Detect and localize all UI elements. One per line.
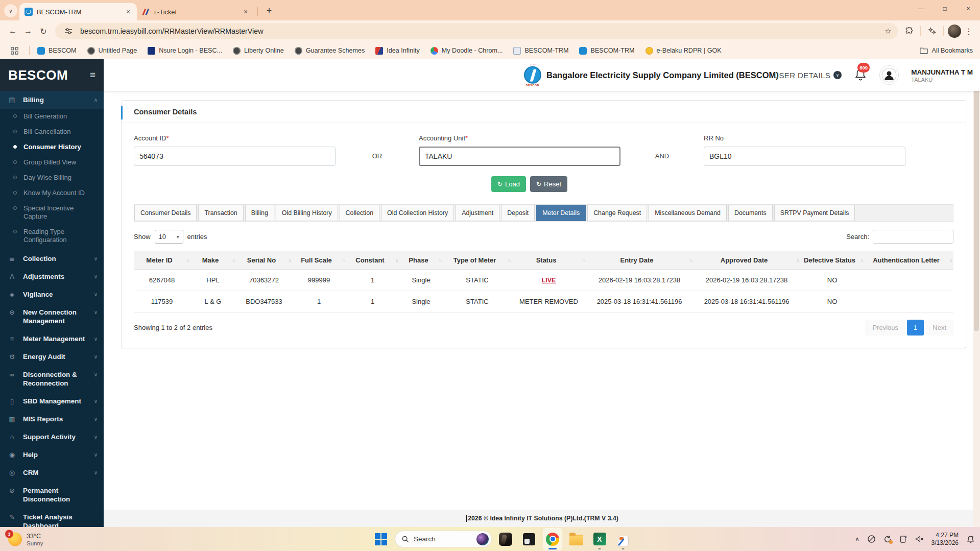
focus-assist-bell-icon[interactable]: z [966,535,975,544]
taskbar-chrome[interactable] [543,528,562,550]
tab-miscellaneous-demand[interactable]: Miscellaneous Demand [649,205,727,221]
address-bar[interactable]: bescom.trm.ieasybill.com/RRMasterView/RR… [55,23,898,39]
bookmark-item-idea-infinity[interactable]: Idea Infinity [375,47,419,55]
column-header-phase[interactable]: Phase↑↓ [399,251,443,270]
account-id-input[interactable] [134,147,336,166]
close-button[interactable]: × [957,0,980,17]
sidebar-item-billing[interactable]: ▤Billing∧ [0,91,104,109]
extensions-icon[interactable] [902,24,916,38]
tab-old-collection-history[interactable]: Old Collection History [381,205,454,221]
sidebar-subitem-reading-type-configuaration[interactable]: Reading Type Configuaration [0,224,104,248]
sidebar-subitem-group-billed-view[interactable]: Group Billed View [0,155,104,170]
url-text[interactable]: bescom.trm.ieasybill.com/RRMasterView/RR… [80,27,876,35]
sidebar-item-collection[interactable]: ≣Collection∨ [0,250,104,268]
sidebar-item-crm[interactable]: ◎CRM∨ [0,464,104,482]
sidebar-item-help[interactable]: ◉Help∨ [0,446,104,464]
sidebar-item-new-connection-management[interactable]: ⊕New Connection Management∨ [0,303,104,330]
column-header-full-scale[interactable]: Full Scale↑↓ [292,251,346,270]
taskbar-task-view[interactable] [519,528,539,550]
sidebar-subitem-bill-generation[interactable]: Bill Generation [0,109,104,124]
tab-close-icon[interactable]: × [124,7,133,16]
notifications-button[interactable]: 899 [854,68,867,82]
page-size-select[interactable]: 10 ▾ [155,230,183,244]
column-header-approved-date[interactable]: Approved Date↑↓ [693,251,800,270]
tab-consumer-details[interactable]: Consumer Details [134,205,197,221]
column-header-defective-status[interactable]: Defective Status↑↓ [800,251,864,270]
current-page-button[interactable]: 1 [907,320,924,336]
column-header-type-of-meter[interactable]: Type of Meter↑↓ [443,251,512,270]
sidebar-item-disconnection-reconnection[interactable]: ∞Disconnection & Reconnection∨ [0,366,104,392]
column-header-constant[interactable]: Constant↑↓ [346,251,399,270]
tab-close-icon[interactable]: × [241,7,250,16]
sidebar-item-adjustments[interactable]: AAdjustments∨ [0,268,104,285]
accounting-unit-input[interactable] [419,147,620,166]
sidebar-subitem-consumer-history[interactable]: Consumer History [0,139,104,155]
browser-tab-bescom-trm[interactable]: BESCOM-TRM × [19,3,137,20]
hamburger-menu-icon[interactable]: ≡ [90,69,95,81]
sidebar-item-support-activity[interactable]: ∩Support Activity∨ [0,428,104,446]
taskbar-app-dark[interactable] [496,528,515,550]
tab-meter-details[interactable]: Meter Details [536,205,586,221]
column-header-entry-date[interactable]: Entry Date↑↓ [586,251,693,270]
sidebar-item-meter-management[interactable]: ≡Meter Management∨ [0,330,104,348]
sidebar-item-sbd-management[interactable]: ▯SBD Management∨ [0,392,104,410]
tray-chevron-icon[interactable]: ∧ [855,536,859,542]
sidebar-subitem-bill-cancellation[interactable]: Bill Cancellation [0,124,104,139]
reload-button[interactable]: ↻ [36,23,51,39]
minimize-button[interactable]: — [910,0,933,17]
reset-button[interactable]: ↻Reset [530,176,567,192]
weather-widget[interactable]: 3 33°C Sunny [8,532,43,546]
sidebar-subitem-know-my-account-id[interactable]: Know My Account ID [0,185,104,201]
column-header-serial-no[interactable]: Serial No↑↓ [236,251,292,270]
taskbar-excel[interactable]: X [590,528,609,550]
browser-tab-iticket[interactable]: i~Ticket × [137,3,254,20]
column-header-status[interactable]: Status↑↓ [512,251,586,270]
previous-page-button[interactable]: Previous [865,320,905,336]
next-page-button[interactable]: Next [925,320,953,336]
start-button[interactable] [371,528,391,550]
sync-icon[interactable] [883,535,892,543]
site-settings-icon[interactable] [61,24,76,38]
bookmark-star-icon[interactable]: ☆ [880,27,896,36]
new-tab-button[interactable]: + [262,4,276,18]
apps-grid-icon[interactable] [7,43,21,58]
tab-deposit[interactable]: Deposit [501,205,535,221]
sidebar-item-permanent-disconnection[interactable]: ⊘Permanent Disconnection [0,482,104,508]
status-live-link[interactable]: LIVE [542,277,556,284]
all-bookmarks-button[interactable]: All Bookmarks [920,47,973,54]
tab-collection[interactable]: Collection [340,205,379,221]
volume-muted-icon[interactable] [915,535,924,543]
user-avatar[interactable] [879,65,899,85]
bookmark-item-guarantee-schemes[interactable]: Guarantee Schemes [295,47,365,55]
user-details-dropdown[interactable]: USER DETAILS ∨ [773,71,842,80]
sidebar-item-vigilance[interactable]: ◈Vigilance∨ [0,285,104,303]
column-header-meter-id[interactable]: Meter ID↑↓ [134,251,190,270]
tab-old-billing-history[interactable]: Old Billing History [276,205,338,221]
notifications-off-icon[interactable] [867,535,876,543]
column-header-make[interactable]: Make↑↓ [190,251,236,270]
taskbar-clock[interactable]: 4:27 PM 3/13/2026 [931,532,959,547]
tab-change-request[interactable]: Change Request [587,205,647,221]
bookmark-item-bescom-trm[interactable]: BESCOM-TRM [579,47,634,55]
tab-search-button[interactable]: ∨ [4,4,17,17]
sidebar-item-mis-reports[interactable]: ▥MIS Reports∨ [0,410,104,428]
taskbar-file-explorer[interactable] [566,528,586,550]
tab-transaction[interactable]: Transaction [198,205,243,221]
sidebar-subitem-special-incentive-capture[interactable]: Special Incentive Capture [0,201,104,224]
browser-menu-icon[interactable]: ⋮ [963,27,975,36]
bookmark-item-untitled-page[interactable]: Untitled Page [87,47,137,55]
bookmark-item-bescom-trm[interactable]: BESCOM-TRM [513,47,568,55]
sidebar-item-energy-audit[interactable]: ⚙Energy Audit∨ [0,348,104,366]
bookmark-item-liberty-online[interactable]: Liberty Online [233,47,284,55]
sidebar-item-ticket-analysis-dashboard[interactable]: ✎Ticket Analysis Dashboard [0,508,104,527]
column-header-authentication-letter[interactable]: Authentication Letter↑↓ [864,251,953,270]
bookmark-item-e-belaku-rdpr-gok[interactable]: e-Belaku RDPR | GOK [646,47,722,55]
bookmark-item-bescom[interactable]: BESCOM [37,47,77,55]
bookmark-item-nsure-login-besc-[interactable]: Nsure Login - BESC... [148,47,222,55]
load-button[interactable]: ↻Load [491,176,526,192]
back-button[interactable]: ← [5,23,20,39]
side-panel-stars-icon[interactable] [925,24,939,38]
browser-profile-avatar[interactable] [948,25,961,38]
taskbar-search[interactable]: Search [395,531,492,547]
tab-adjustment[interactable]: Adjustment [456,205,499,221]
